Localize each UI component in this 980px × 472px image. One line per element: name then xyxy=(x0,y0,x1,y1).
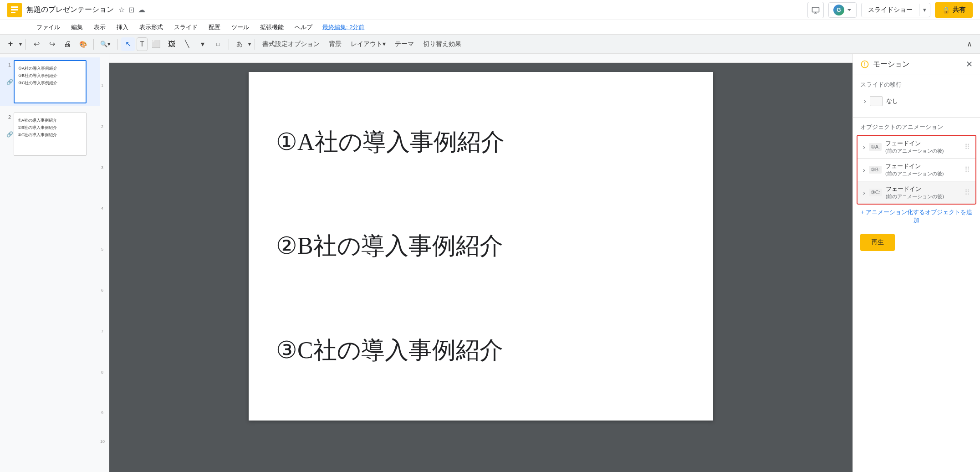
menu-format[interactable]: 表示形式 xyxy=(135,21,168,33)
slideshow-arrow-button[interactable]: ▾ xyxy=(919,4,930,16)
drag-handle-1[interactable]: ⠿ xyxy=(965,143,970,151)
toolbar-print[interactable]: 🖨 xyxy=(61,37,74,51)
motion-close-button[interactable]: ✕ xyxy=(966,59,973,69)
animation-item-1[interactable]: › ①A: フェードイン (前のアニメーションの後) ⠿ xyxy=(858,136,975,159)
anim-desc-1: (前のアニメーションの後) xyxy=(885,148,961,154)
transition-none-label: なし xyxy=(886,97,898,105)
cloud-icon[interactable]: ☁ xyxy=(138,5,145,14)
present-icon-btn[interactable] xyxy=(807,2,824,18)
ruler-side-3: 3 xyxy=(101,165,103,170)
menu-tools[interactable]: ツール xyxy=(227,21,254,33)
menu-bar: ファイル 編集 表示 挿入 表示形式 スライド 配置 ツール 拡張機能 ヘルプ … xyxy=(0,20,980,35)
anim-content-3: フェードイン (前のアニメーションの後) xyxy=(886,185,961,200)
menu-slide[interactable]: スライド xyxy=(169,21,202,33)
motion-title-container: モーション xyxy=(860,60,909,69)
slide-thumb-line-1-2: ②B社の導入事例紹介 xyxy=(18,72,82,79)
toolbar-shape-tool[interactable]: ⬜ xyxy=(149,37,163,51)
menu-view[interactable]: 表示 xyxy=(89,21,110,33)
menu-arrange[interactable]: 配置 xyxy=(204,21,225,33)
toolbar-layout[interactable]: レイアウト▾ xyxy=(347,39,389,49)
play-button[interactable]: 再生 xyxy=(860,234,895,251)
zoom-icon: 🔍 xyxy=(100,41,107,47)
slide-item-2[interactable]: 2 ①A社の導入事例紹介 ②B社の導入事例紹介 ③C社の導入事例紹介 🔗 xyxy=(0,110,100,159)
slide-thumb-line-1-1: ①A社の導入事例紹介 xyxy=(18,65,82,72)
animation-item-2[interactable]: › ②B: フェードイン (前のアニメーションの後) ⠿ xyxy=(858,159,975,181)
toolbar-zoom-control[interactable]: 🔍 ▾ xyxy=(97,41,113,47)
anim-icon-3: ③C: xyxy=(869,189,882,196)
slide-item-1[interactable]: 1 ①A社の導入事例紹介 ②B社の導入事例紹介 ③C社の導入事例紹介 🔗 xyxy=(0,57,100,106)
slideshow-main-button[interactable]: スライドショー xyxy=(862,3,919,17)
anim-icon-1: ①A: xyxy=(869,143,882,151)
ruler-side-10: 10 xyxy=(100,439,105,444)
slide-thumb-line-2-2: ②B社の導入事例紹介 xyxy=(18,124,82,131)
menu-help[interactable]: ヘルプ xyxy=(290,21,317,33)
toolbar-line-tool[interactable]: ╲ xyxy=(180,37,194,51)
text-input-label: あ xyxy=(236,40,243,48)
canvas-line-3: ③C社の導入事例紹介 xyxy=(276,334,686,366)
account-switcher[interactable]: G xyxy=(828,2,857,18)
motion-panel: モーション ✕ スライドの移行 › なし オブジェクトのアニメーション › ①A… xyxy=(852,54,980,472)
toolbar-divider-1 xyxy=(26,39,26,50)
toolbar-format-options[interactable]: 書式設定オプション xyxy=(259,39,323,49)
transition-item[interactable]: › なし xyxy=(860,92,973,110)
slideshow-button-group[interactable]: スライドショー ▾ xyxy=(861,3,930,17)
ruler-corner xyxy=(100,54,109,63)
toolbar-more-shapes[interactable]: ▾ xyxy=(196,37,209,51)
top-ruler-container: 1 2 3 4 5 6 7 8 9 10 11 12 13 xyxy=(100,54,852,63)
share-label: 共有 xyxy=(953,6,965,14)
avatar: G xyxy=(833,5,844,15)
ruler-side-2: 2 xyxy=(101,124,103,129)
menu-insert[interactable]: 挿入 xyxy=(112,21,133,33)
toolbar-divider-3 xyxy=(117,39,117,50)
slide-thumb-container-1: ①A社の導入事例紹介 ②B社の導入事例紹介 ③C社の導入事例紹介 🔗 xyxy=(14,60,87,103)
toolbar-redo[interactable]: ↪ xyxy=(45,37,59,51)
slides-panel: 1 ①A社の導入事例紹介 ②B社の導入事例紹介 ③C社の導入事例紹介 🔗 2 ①… xyxy=(0,54,100,472)
slide-thumb-2: ①A社の導入事例紹介 ②B社の導入事例紹介 ③C社の導入事例紹介 xyxy=(14,113,87,156)
anim-content-2: フェードイン (前のアニメーションの後) xyxy=(885,162,961,177)
animation-item-3[interactable]: › ③C: フェードイン (前のアニメーションの後) ⠿ xyxy=(858,181,975,204)
toolbar-text-tool[interactable]: T xyxy=(137,37,148,51)
slide-number-2: 2 xyxy=(4,113,11,120)
toolbar-slide-num[interactable]: □ xyxy=(211,37,225,51)
drag-handle-3[interactable]: ⠿ xyxy=(965,188,970,197)
svg-rect-2 xyxy=(11,9,18,10)
anim-chevron-1: › xyxy=(863,144,865,151)
toolbar-image-tool[interactable]: 🖼 xyxy=(165,37,179,51)
toolbar-background[interactable]: 背景 xyxy=(325,39,345,49)
title-left: 無題のプレゼンテーション ☆ ⊡ ☁ xyxy=(7,3,145,17)
toolbar-select-tool[interactable]: ↖ xyxy=(121,37,135,51)
last-edit-label[interactable]: 最終編集: 2分前 xyxy=(322,23,364,31)
toolbar-paint[interactable]: 🎨 xyxy=(76,37,90,51)
anim-chevron-2: › xyxy=(863,166,865,174)
ruler-side-1: 1 xyxy=(101,83,103,88)
menu-extensions[interactable]: 拡張機能 xyxy=(255,21,288,33)
menu-file[interactable]: ファイル xyxy=(32,21,65,33)
folder-icon[interactable]: ⊡ xyxy=(128,5,134,14)
ruler-side-9: 9 xyxy=(101,410,103,415)
title-bar: 無題のプレゼンテーション ☆ ⊡ ☁ G スライドショー ▾ 🔒 共有 xyxy=(0,0,980,20)
toolbar-theme[interactable]: テーマ xyxy=(391,39,418,49)
share-button[interactable]: 🔒 共有 xyxy=(935,2,973,18)
anim-desc-2: (前のアニメーションの後) xyxy=(885,170,961,177)
slide-thumb-line-2-3: ③C社の導入事例紹介 xyxy=(18,131,82,139)
slide-transition-title: スライドの移行 xyxy=(860,81,973,89)
toolbar-add-button[interactable]: + xyxy=(4,37,17,51)
toolbar-divider-5 xyxy=(255,39,255,50)
star-icon[interactable]: ☆ xyxy=(118,5,125,14)
menu-edit[interactable]: 編集 xyxy=(66,21,87,33)
anim-name-1: フェードイン xyxy=(885,139,961,148)
toolbar-add-chevron[interactable]: ▾ xyxy=(19,41,22,47)
toolbar-text-input[interactable]: あ xyxy=(233,39,246,49)
slide-thumb-container-2: ①A社の導入事例紹介 ②B社の導入事例紹介 ③C社の導入事例紹介 🔗 xyxy=(14,113,87,156)
canvas-scroll[interactable]: ①A社の導入事例紹介 ②B社の導入事例紹介 ③C社の導入事例紹介 xyxy=(109,63,852,472)
add-animation-button[interactable]: + アニメーション化するオブジェクトを追加 xyxy=(853,205,980,228)
toolbar-undo[interactable]: ↩ xyxy=(30,37,43,51)
ruler-side-8: 8 xyxy=(101,370,103,375)
toolbar-transition[interactable]: 切り替え効果 xyxy=(419,39,465,49)
anim-name-3: フェードイン xyxy=(886,185,961,193)
drag-handle-2[interactable]: ⠿ xyxy=(965,165,970,174)
text-input-chevron[interactable]: ▾ xyxy=(248,41,251,47)
toolbar-collapse[interactable]: ∧ xyxy=(963,37,976,51)
title-right: G スライドショー ▾ 🔒 共有 xyxy=(807,2,973,18)
app-logo xyxy=(7,3,22,17)
